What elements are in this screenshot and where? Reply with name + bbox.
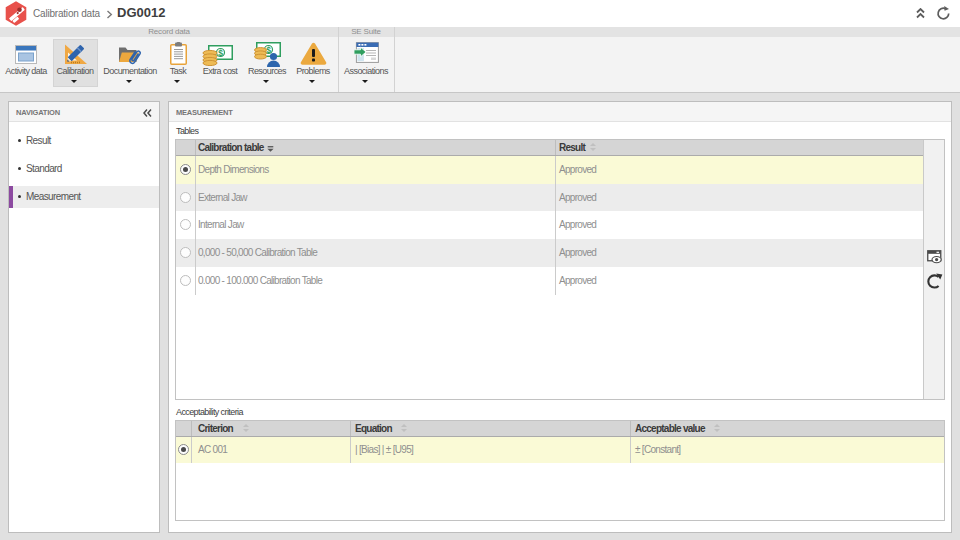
svg-text:$: $ [218, 48, 223, 58]
